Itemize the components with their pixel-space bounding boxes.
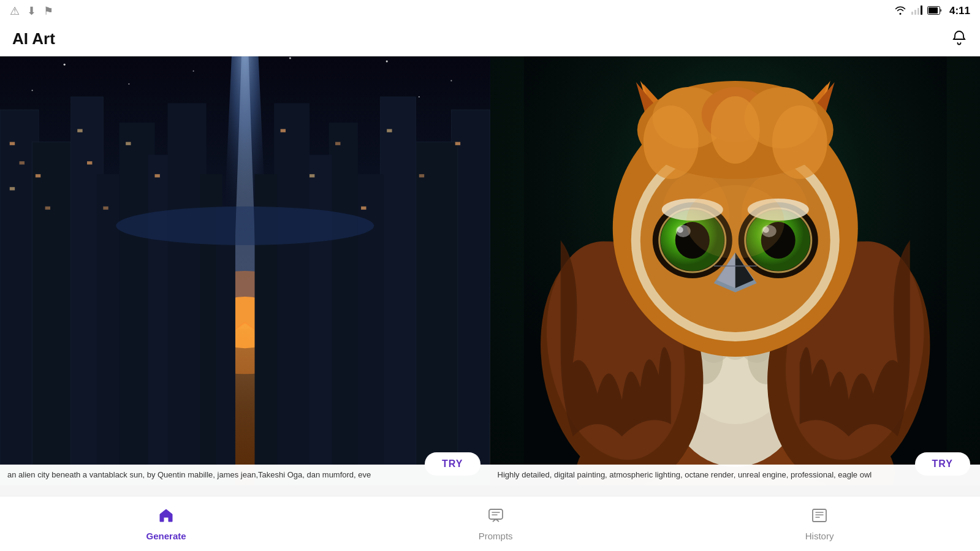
prompts-icon (487, 507, 504, 528)
svg-point-104 (643, 105, 698, 179)
svg-rect-2 (917, 8, 919, 15)
svg-rect-33 (10, 187, 15, 190)
svg-rect-39 (126, 142, 131, 145)
svg-rect-42 (419, 174, 424, 177)
svg-point-106 (772, 105, 827, 179)
svg-rect-47 (281, 129, 286, 132)
svg-rect-37 (87, 161, 92, 164)
svg-point-56 (289, 57, 291, 59)
images-grid: TRY an alien city beneath a vantablack s… (0, 56, 980, 485)
status-bar: ⚠ ⬇ ⚑ 4:11 (0, 0, 980, 22)
svg-rect-40 (154, 174, 159, 177)
svg-rect-44 (361, 207, 366, 210)
svg-rect-29 (274, 103, 310, 485)
city-artwork (0, 56, 490, 485)
svg-rect-24 (412, 142, 458, 485)
history-label: History (805, 531, 834, 541)
signal-icon (911, 6, 922, 17)
svg-rect-46 (310, 174, 314, 177)
owl-caption: Highly detailed, digital painting, atmos… (490, 465, 981, 485)
svg-point-52 (386, 61, 388, 63)
city-caption: an alien city beneath a vantablack sun, … (0, 465, 490, 485)
nav-history[interactable]: History (781, 502, 859, 546)
svg-rect-27 (329, 123, 358, 485)
svg-point-54 (419, 96, 420, 97)
owl-artwork (490, 56, 981, 485)
flag-icon: ⚑ (44, 4, 53, 18)
svg-rect-22 (216, 207, 235, 485)
svg-rect-41 (455, 142, 460, 145)
prompts-label: Prompts (479, 531, 513, 541)
svg-rect-32 (20, 161, 25, 164)
history-icon (811, 507, 828, 528)
wifi-icon (894, 6, 906, 17)
svg-rect-38 (103, 207, 108, 210)
nav-generate[interactable]: Generate (122, 502, 211, 546)
svg-point-90 (677, 227, 683, 233)
svg-rect-108 (489, 509, 503, 519)
svg-rect-36 (77, 129, 82, 132)
svg-rect-25 (381, 97, 416, 485)
warning-icon: ⚠ (10, 4, 20, 18)
svg-rect-31 (10, 142, 15, 145)
svg-point-53 (450, 80, 452, 82)
generate-label: Generate (146, 531, 186, 541)
owl-image-card[interactable]: TRY Highly detailed, digital painting, a… (490, 56, 981, 485)
svg-point-49 (64, 64, 66, 66)
svg-rect-1 (914, 10, 916, 15)
svg-rect-45 (335, 142, 340, 145)
svg-rect-15 (32, 142, 78, 485)
svg-rect-0 (911, 12, 913, 15)
svg-point-107 (686, 185, 784, 259)
app-title: AI Art (12, 29, 55, 48)
svg-rect-3 (921, 6, 922, 15)
svg-rect-34 (36, 174, 40, 177)
content-area: TRY an alien city beneath a vantablack s… (0, 56, 980, 496)
city-svg (0, 56, 490, 485)
svg-point-48 (116, 207, 374, 245)
time-display: 4:11 (949, 5, 970, 17)
city-image-card[interactable]: TRY an alien city beneath a vantablack s… (0, 56, 490, 485)
notification-bell-icon[interactable] (951, 29, 968, 49)
city-try-button[interactable]: TRY (425, 452, 480, 476)
svg-rect-43 (387, 129, 392, 132)
svg-point-51 (32, 89, 33, 91)
svg-rect-35 (45, 207, 50, 210)
home-icon (158, 507, 175, 528)
svg-point-50 (128, 83, 129, 85)
nav-prompts[interactable]: Prompts (454, 502, 537, 546)
svg-rect-5 (929, 7, 938, 13)
owl-try-button[interactable]: TRY (915, 452, 970, 476)
status-icons-left: ⚠ ⬇ ⚑ (10, 4, 53, 18)
app-header: AI Art (0, 22, 980, 56)
svg-rect-111 (813, 509, 826, 522)
battery-icon (927, 6, 942, 17)
download-icon: ⬇ (27, 4, 36, 18)
owl-svg (490, 56, 981, 485)
bottom-nav: Generate Prompts History (0, 496, 980, 551)
svg-point-105 (710, 96, 759, 164)
status-icons-right: 4:11 (894, 5, 970, 17)
svg-point-55 (193, 70, 194, 72)
